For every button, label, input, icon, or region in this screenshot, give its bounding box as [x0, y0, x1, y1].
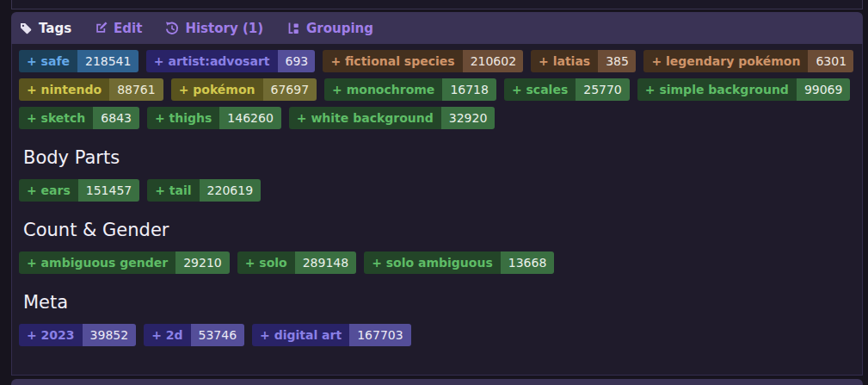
tag-count: 67697: [263, 78, 317, 101]
toolbar-button-history[interactable]: History (1): [165, 21, 263, 36]
tag-badge-monochrome: + monochrome16718: [324, 78, 496, 101]
tag-sections: + safe218541+ artist:advosart693+ fictio…: [11, 44, 863, 376]
tag-count: 151457: [78, 179, 139, 202]
tag-add-link[interactable]: + latias: [531, 50, 598, 72]
tag-add-link[interactable]: + digital art: [252, 324, 349, 346]
toolbar-tags-label: Tags: [39, 21, 71, 36]
tag-count: 385: [598, 50, 636, 72]
tag-badge-tail: + tail220619: [147, 179, 261, 202]
toolbar-grouping-label: Grouping: [306, 21, 373, 36]
tag-badge-pok-mon: + pokémon67697: [171, 78, 317, 101]
tag-badge-simple-background: + simple background99069: [637, 78, 851, 101]
edit-icon: [95, 22, 108, 34]
tag-count: 99069: [797, 78, 851, 101]
section-heading: Meta: [23, 292, 853, 313]
history-icon: [165, 22, 179, 35]
tag-add-link[interactable]: + artist:advosart: [146, 50, 278, 72]
tag-badge-legendary-pok-mon: + legendary pokémon6301: [643, 50, 853, 72]
tag-row: + safe218541+ artist:advosart693+ fictio…: [19, 50, 853, 72]
tag-badge-2023: + 202339852: [19, 324, 136, 346]
previous-section-edge: [11, 0, 863, 9]
tag-badge-safe: + safe218541: [19, 50, 139, 72]
tag-add-link[interactable]: + sketch: [19, 107, 93, 129]
tag-badge-digital-art: + digital art167703: [252, 324, 411, 346]
tag-badge-latias: + latias385: [531, 50, 636, 72]
tag-count: 32920: [441, 107, 496, 129]
tag-count: 218541: [77, 50, 139, 72]
tag-add-link[interactable]: + legendary pokémon: [643, 50, 808, 72]
toolbar-history-label: History (1): [185, 21, 263, 36]
tag-badge-scales: + scales25770: [504, 78, 630, 101]
tag-add-link[interactable]: + monochrome: [324, 78, 442, 101]
tag-row: + ears151457+ tail220619: [19, 179, 853, 202]
tag-count: 53746: [191, 324, 245, 346]
tag-add-link[interactable]: + solo: [237, 251, 295, 274]
tag-row: + nintendo88761+ pokémon67697+ monochrom…: [19, 78, 853, 101]
tag-badge-ambiguous-gender: + ambiguous gender29210: [19, 251, 230, 274]
tag-add-link[interactable]: + nintendo: [19, 78, 109, 101]
tag-add-link[interactable]: + thighs: [147, 107, 219, 129]
tag-count: 16718: [442, 78, 496, 101]
tag-badge-2d: + 2d53746: [144, 324, 244, 346]
tag-count: 220619: [200, 179, 261, 202]
section-heading: Count & Gender: [23, 220, 853, 240]
tag-badge-fictional-species: + fictional species210602: [323, 50, 523, 72]
tag-row: + 202339852+ 2d53746+ digital art167703: [19, 324, 853, 346]
tag-add-link[interactable]: + ambiguous gender: [19, 251, 175, 274]
tag-count: 6843: [93, 107, 139, 129]
toolbar-tab-tags[interactable]: Tags: [19, 21, 71, 36]
tag-badge-nintendo: + nintendo88761: [19, 78, 163, 101]
tag-count: 39852: [83, 324, 137, 346]
tag-count: 25770: [576, 78, 630, 101]
tag-add-link[interactable]: + 2023: [19, 324, 83, 346]
tag-count: 289148: [295, 251, 356, 274]
tag-add-link[interactable]: + pokémon: [171, 78, 263, 101]
section-heading: Body Parts: [23, 147, 853, 168]
tags-panel: Tags Edit History (1): [11, 12, 863, 376]
next-section-header: [11, 379, 863, 385]
tag-row: + ambiguous gender29210+ solo289148+ sol…: [19, 251, 853, 274]
tag-badge-thighs: + thighs146260: [147, 107, 281, 129]
toolbar-edit-label: Edit: [114, 21, 142, 36]
tag-add-link[interactable]: + 2d: [144, 324, 190, 346]
tags-panel-toolbar: Tags Edit History (1): [11, 12, 863, 44]
tag-count: 693: [278, 50, 316, 72]
tag-add-link[interactable]: + fictional species: [323, 50, 462, 72]
tag-row: + sketch6843+ thighs146260+ white backgr…: [19, 107, 853, 129]
tag-add-link[interactable]: + safe: [19, 50, 77, 72]
toolbar-button-grouping[interactable]: Grouping: [286, 21, 373, 36]
grouping-icon: [286, 22, 300, 35]
toolbar-button-edit[interactable]: Edit: [95, 21, 142, 36]
tag-add-link[interactable]: + scales: [504, 78, 576, 101]
tag-badge-artist-advosart: + artist:advosart693: [146, 50, 316, 72]
tag-count: 210602: [463, 50, 523, 72]
tag-count: 29210: [175, 251, 230, 274]
tag-badge-white-background: + white background32920: [289, 107, 496, 129]
tag-count: 88761: [109, 78, 163, 101]
tag-icon: [19, 22, 33, 35]
tag-count: 146260: [219, 107, 280, 129]
tag-badge-sketch: + sketch6843: [19, 107, 139, 129]
tag-count: 167703: [349, 324, 410, 346]
tag-badge-solo-ambiguous: + solo ambiguous13668: [364, 251, 554, 274]
tag-add-link[interactable]: + tail: [147, 179, 199, 202]
tag-badge-ears: + ears151457: [19, 179, 139, 202]
tag-add-link[interactable]: + ears: [19, 179, 78, 202]
tag-count: 13668: [501, 251, 555, 274]
tag-add-link[interactable]: + simple background: [637, 78, 797, 101]
tag-add-link[interactable]: + white background: [289, 107, 441, 129]
tag-badge-solo: + solo289148: [237, 251, 356, 274]
tag-count: 6301: [808, 50, 853, 72]
tag-add-link[interactable]: + solo ambiguous: [364, 251, 501, 274]
